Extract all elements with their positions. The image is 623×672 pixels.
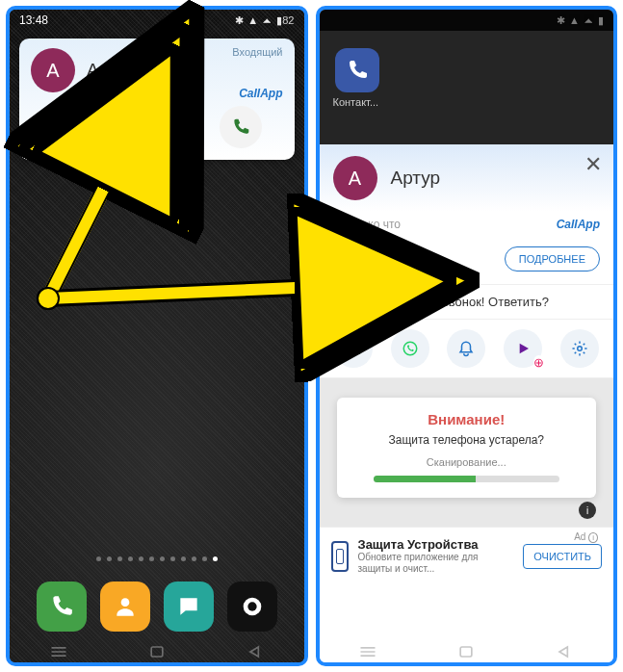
status-time: 13:48 — [19, 13, 48, 27]
svg-rect-6 — [460, 647, 472, 657]
decline-button[interactable] — [52, 106, 94, 148]
dock-phone-icon[interactable] — [37, 582, 87, 632]
contacts-app-icon — [335, 48, 379, 92]
svg-point-5 — [577, 347, 582, 351]
dimmed-background: ✱▲⏶▮ Контакт... — [320, 10, 614, 144]
nav-back-icon[interactable] — [246, 645, 265, 659]
wifi-icon: ▲ — [247, 14, 258, 27]
status-icons: ✱▲⏶ ▮82 — [235, 14, 294, 27]
dock-contacts-icon[interactable] — [100, 582, 150, 632]
whatsapp-button[interactable] — [391, 329, 429, 368]
battery-indicator: ▮82 — [276, 14, 294, 27]
nav-home-icon[interactable] — [147, 645, 167, 659]
signal-icon: ⏶ — [262, 14, 273, 27]
scan-progress — [374, 476, 560, 482]
message-button[interactable] — [136, 106, 178, 148]
ad-area: Внимание! Защита телефона устарела? Скан… — [320, 378, 614, 527]
callback-button[interactable] — [334, 329, 373, 368]
carrier-label: Mobile, Tele2 — [333, 261, 396, 272]
status-time — [329, 13, 332, 27]
missed-call-prompt: Вы пропустили звонок! Ответить? — [320, 285, 614, 320]
record-button[interactable] — [504, 329, 542, 368]
svg-point-2 — [247, 602, 256, 610]
ad-label: Ad i — [574, 531, 598, 542]
right-phone-frame: ✱▲⏶▮ Контакт... ✕ А Артур Только что Cal… — [316, 6, 618, 666]
banner-title: Защита Устройства — [358, 537, 514, 552]
status-bar: 13:48 ✱▲⏶ ▮82 — [10, 10, 304, 31]
close-icon[interactable]: ✕ — [584, 152, 602, 177]
scan-status: Сканирование... — [354, 456, 580, 468]
incoming-call-card: Входящий А Артур CallApp — [19, 39, 295, 160]
dock — [10, 582, 304, 632]
bluetooth-icon: ✱ — [235, 14, 244, 27]
svg-point-0 — [120, 598, 129, 607]
accept-button[interactable] — [220, 106, 262, 148]
ad-banner[interactable]: Ad i Защита Устройства Обновите приложен… — [320, 527, 614, 584]
details-button[interactable]: ПОДРОБНЕЕ — [505, 246, 600, 271]
phone-number: 8 (977) — [333, 245, 396, 261]
nav-back-icon[interactable] — [555, 645, 574, 659]
shield-device-icon — [331, 541, 349, 572]
scan-question: Защита телефона устарела? — [354, 433, 580, 447]
number-row: 8 (977) Mobile, Tele2 ПОДРОБНЕЕ — [320, 237, 614, 285]
meta-row: Только что CallApp — [320, 212, 614, 237]
nav-bar — [10, 645, 304, 659]
nav-recent-icon[interactable] — [49, 645, 68, 659]
sheet-header: ✕ А Артур — [320, 144, 614, 212]
contacts-app-label: Контакт... — [333, 96, 379, 108]
caller-name: Артур — [391, 168, 441, 189]
page-indicator — [10, 556, 304, 561]
reminder-button[interactable] — [447, 329, 485, 368]
svg-rect-3 — [151, 647, 163, 657]
call-time: Только что — [333, 218, 402, 231]
status-bar: ✱▲⏶▮ — [320, 10, 614, 31]
left-phone-frame: 13:48 ✱▲⏶ ▮82 Входящий А Артур CallApp — [6, 6, 308, 666]
action-strip — [320, 320, 614, 378]
dock-messages-icon[interactable] — [164, 582, 214, 632]
ad-info-icon[interactable]: i — [337, 502, 597, 519]
dock-camera-icon[interactable] — [227, 582, 277, 632]
banner-cta-button[interactable]: ОЧИСТИТЬ — [523, 544, 602, 569]
scan-title: Внимание! — [354, 411, 580, 427]
callapp-brand: CallApp — [557, 218, 600, 231]
settings-button[interactable] — [560, 329, 599, 368]
scan-alert-card[interactable]: Внимание! Защита телефона устарела? Скан… — [337, 398, 597, 498]
caller-name: Артур — [87, 60, 137, 81]
caller-avatar: А — [31, 48, 75, 92]
svg-point-4 — [403, 342, 417, 355]
nav-bar — [320, 645, 614, 659]
nav-home-icon[interactable] — [456, 645, 476, 659]
incoming-label: Входящий — [232, 46, 282, 58]
caller-avatar: А — [333, 156, 377, 200]
call-detail-sheet: ✕ А Артур Только что CallApp 8 (977) Mob… — [320, 144, 614, 662]
banner-subtitle: Обновите приложение для защиты и очист..… — [358, 552, 514, 575]
callapp-brand: CallApp — [239, 87, 282, 100]
nav-recent-icon[interactable] — [358, 645, 377, 659]
